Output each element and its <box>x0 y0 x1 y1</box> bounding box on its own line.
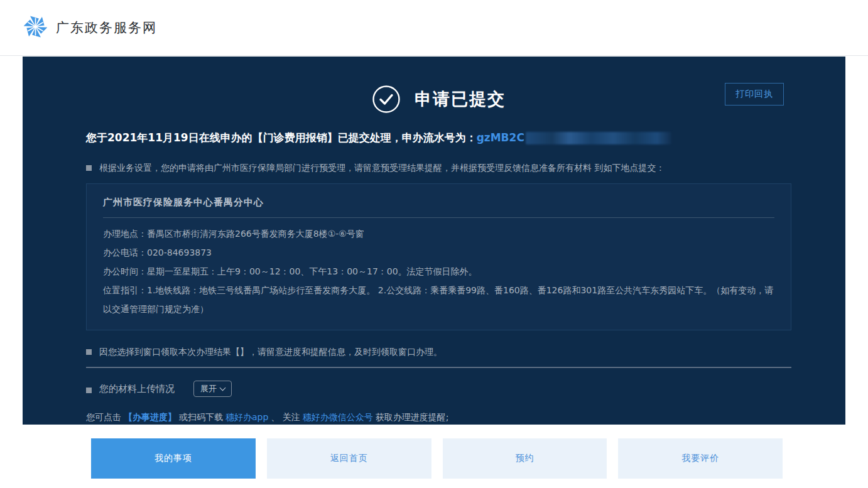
expand-button-label: 展开 <box>200 383 217 394</box>
progress-link[interactable]: 【办事进度】 <box>124 412 176 422</box>
submission-result-panel: 打印回执 申请已提交 您于2021年11月19日在线申办的【门诊费用报销】已提交… <box>23 57 845 425</box>
page-title: 申请已提交 <box>415 88 506 111</box>
back-home-button[interactable]: 返回首页 <box>267 438 431 479</box>
pinwheel-flower-icon <box>24 15 47 41</box>
submission-summary: 您于2021年11月19日在线申办的【门诊费用报销】已提交处理，申办流水号为：g… <box>86 131 791 145</box>
bullet-square-icon <box>86 165 92 171</box>
center-address-line: 办理地点：番禺区市桥街清河东路266号番发商务大厦8楼①-⑥号窗 <box>103 224 774 243</box>
flow-number: gzMB2C <box>477 131 524 144</box>
suihaoban-app-link[interactable]: 穗好办app <box>225 412 268 422</box>
expand-upload-button[interactable]: 展开 <box>193 381 232 397</box>
circle-check-icon <box>372 85 401 114</box>
progress-text-4: 获取办理进度提醒; <box>376 412 449 422</box>
center-phone-line: 办公电话：020-84693873 <box>103 243 774 262</box>
center-hours-line: 办公时间：星期一至星期五：上午9：00～12：00、下午13：00～17：00。… <box>103 262 774 281</box>
rate-service-button[interactable]: 我要评价 <box>618 438 783 479</box>
print-receipt-button[interactable]: 打印回执 <box>725 83 784 106</box>
section-divider <box>86 367 791 368</box>
site-logo-link[interactable]: 广东政务服务网 <box>24 15 157 41</box>
window-pickup-notice-row: 因您选择到窗口领取本次办理结果【】，请留意进度和提醒信息，及时到领取窗口办理。 <box>86 347 791 358</box>
flow-number-redacted-blur <box>526 132 671 144</box>
bullet-square-icon <box>86 388 92 393</box>
site-header: 广东政务服务网 <box>0 0 868 56</box>
appointment-button[interactable]: 预约 <box>443 438 607 479</box>
status-title-row: 申请已提交 <box>86 84 791 114</box>
upload-status-row: 您的材料上传情况 展开 <box>86 381 791 397</box>
preaccept-notice-text: 根据业务设置，您的申请将由广州市医疗保障局部门进行预受理，请留意预受理结果提醒，… <box>99 163 665 174</box>
chevron-down-icon <box>220 384 226 391</box>
card-divider <box>103 217 774 218</box>
progress-text-1: 您可点击 <box>86 412 121 422</box>
bullet-square-icon <box>86 349 92 355</box>
service-center-name: 广州市医疗保险服务中心番禺分中心 <box>103 197 774 209</box>
center-directions-line: 位置指引：1.地铁线路：地铁三号线番禺广场站步行至番发商务大厦。 2.公交线路：… <box>103 281 774 318</box>
service-center-card: 广州市医疗保险服务中心番禺分中心 办理地点：番禺区市桥街清河东路266号番发商务… <box>86 183 791 330</box>
my-matters-button[interactable]: 我的事项 <box>91 438 256 479</box>
window-pickup-notice-text: 因您选择到窗口领取本次办理结果【】，请留意进度和提醒信息，及时到领取窗口办理。 <box>99 347 442 358</box>
wechat-account-link[interactable]: 穗好办微信公众号 <box>303 412 373 422</box>
footer-action-bar: 我的事项 返回首页 预约 我要评价 <box>91 438 783 479</box>
site-title: 广东政务服务网 <box>56 19 157 36</box>
upload-status-label: 您的材料上传情况 <box>99 383 175 395</box>
progress-text-2: 或扫码下载 <box>179 412 223 422</box>
preaccept-notice-row: 根据业务设置，您的申请将由广州市医疗保障局部门进行预受理，请留意预受理结果提醒，… <box>86 163 791 174</box>
progress-text-3: 、 关注 <box>271 412 300 422</box>
progress-hint-line: 您可点击【办事进度】或扫码下载穗好办app、 关注穗好办微信公众号获取办理进度提… <box>86 412 791 423</box>
submission-text: 您于2021年11月19日在线申办的【门诊费用报销】已提交处理，申办流水号为： <box>86 131 477 144</box>
